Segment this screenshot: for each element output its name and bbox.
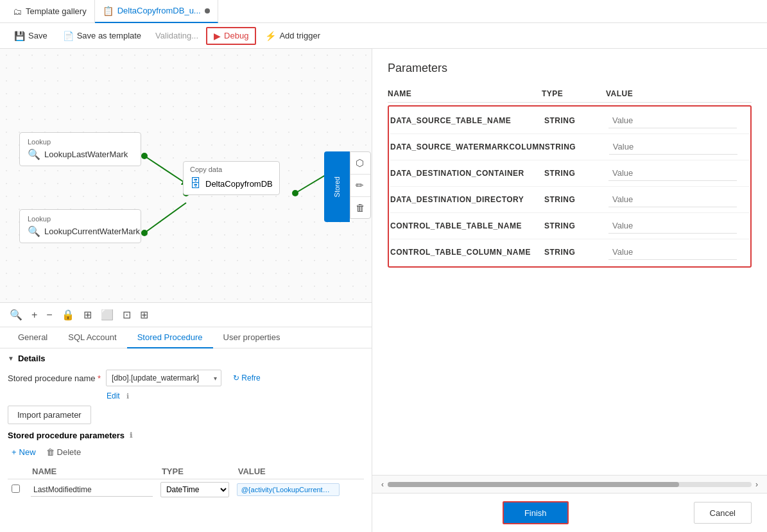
layout-button[interactable]: ⊞	[138, 307, 150, 323]
select-button[interactable]: ⬜	[99, 307, 116, 323]
section-header: ▼ Details	[8, 354, 364, 363]
right-panel: Parameters NAME TYPE VALUE Data_Source_T…	[372, 49, 767, 532]
canvas-area[interactable]: Lookup 🔍 LookupLastWaterMark Lookup 🔍 Lo…	[0, 49, 372, 302]
stored-procedure-name-label: Stored procedure name *	[8, 373, 101, 383]
th-name: NAME	[27, 464, 157, 479]
save-as-template-icon: 📄	[63, 31, 74, 41]
lookup2-name: 🔍 LookupCurrentWaterMark	[28, 225, 133, 237]
grid-button[interactable]: ⊞	[82, 307, 94, 323]
param-row-control-table: Control_Table_Table_Name String	[390, 213, 749, 239]
param-type-data-source-table: String	[544, 116, 608, 125]
param-row-0: DateTime String Int @{activity('LookupCu…	[8, 479, 364, 501]
param-type-select-0[interactable]: DateTime String Int	[161, 483, 228, 497]
delete-icon: 🗑	[46, 447, 55, 457]
sp-params-header: Stored procedure parameters ℹ	[8, 431, 364, 440]
param-type-watermark: String	[545, 142, 609, 151]
svg-point-6	[292, 190, 298, 196]
required-indicator: *	[98, 373, 101, 383]
import-parameter-button[interactable]: Import parameter	[8, 406, 91, 424]
save-label: Save	[28, 31, 47, 40]
th-type: TYPE	[157, 464, 233, 479]
scroll-area: ‹ ›	[372, 475, 767, 493]
stored-procedure-dropdown[interactable]: [dbo].[update_watermark] ▾	[106, 370, 221, 386]
scroll-track[interactable]	[388, 482, 752, 487]
param-type-control-table: String	[544, 221, 608, 230]
params-table: NAME TYPE VALUE	[8, 464, 364, 500]
delta-copy-icon: 📋	[103, 6, 114, 16]
param-type-control-column: String	[544, 248, 608, 257]
tab-template-gallery[interactable]: 🗂 Template gallery	[5, 0, 95, 23]
param-value-input-4[interactable]	[608, 218, 737, 234]
plus-icon: +	[12, 447, 17, 457]
scroll-left-button[interactable]: ‹	[380, 479, 385, 490]
lookup2-label: Lookup	[28, 215, 133, 223]
canvas-toolbar: 🔍 + − 🔒 ⊞ ⬜ ⊡ ⊞	[0, 302, 372, 327]
lookup2-node[interactable]: Lookup 🔍 LookupCurrentWaterMark	[19, 209, 141, 243]
stored-procedure-name-row: Stored procedure name * [dbo].[update_wa…	[8, 370, 364, 386]
tab-dirty-indicator	[205, 8, 210, 13]
param-name-control-table: Control_Table_Table_Name	[390, 221, 544, 230]
copy-data-row: 🗄 DeltaCopyfromDB	[190, 177, 273, 191]
zoom-in-button[interactable]: +	[30, 307, 39, 323]
right-bottom-bar: Finish Cancel	[372, 493, 767, 532]
right-panel-content: Parameters NAME TYPE VALUE Data_Source_T…	[372, 49, 767, 475]
param-name-dest-container: Data_Destination_Container	[390, 169, 544, 178]
stored-proc-copy-icon[interactable]: ⬡	[350, 152, 370, 175]
bottom-tabs: General SQL Account Stored Procedure Use…	[0, 327, 372, 348]
col-header-value: VALUE	[606, 89, 752, 98]
param-name-input-0[interactable]	[31, 483, 153, 497]
debug-button[interactable]: ▶ Debug	[206, 27, 256, 45]
edit-link[interactable]: Edit	[107, 391, 120, 400]
copy-data-node[interactable]: Copy data 🗄 DeltaCopyfromDB	[183, 161, 280, 195]
lookup1-node[interactable]: Lookup 🔍 LookupLastWaterMark	[19, 132, 141, 166]
th-value: VALUE	[233, 464, 364, 479]
tab-stored-procedure[interactable]: Stored Procedure	[127, 327, 213, 348]
lock-button[interactable]: 🔒	[60, 307, 76, 323]
tab-sql-account[interactable]: SQL Account	[58, 327, 126, 348]
scroll-right-button[interactable]: ›	[754, 479, 759, 490]
stored-procedure-value: [dbo].[update_watermark]	[107, 370, 210, 386]
lookup1-label: Lookup	[28, 138, 133, 146]
main-content: Lookup 🔍 LookupLastWaterMark Lookup 🔍 Lo…	[0, 49, 767, 532]
scroll-thumb	[388, 482, 679, 487]
dropdown-arrow-icon: ▾	[210, 372, 221, 385]
param-checkbox-0[interactable]	[12, 485, 20, 493]
arrange-button[interactable]: ⊡	[121, 307, 133, 323]
new-parameter-button[interactable]: + New	[8, 445, 40, 459]
cancel-button[interactable]: Cancel	[694, 502, 752, 524]
finish-button[interactable]: Finish	[503, 501, 569, 524]
stored-proc-delete-icon[interactable]: 🗑	[350, 197, 370, 218]
param-value-0[interactable]: @{activity('LookupCurrentWatermarkValue.…	[237, 483, 340, 496]
stored-proc-node[interactable]: Stored	[324, 151, 350, 222]
lookup1-name: 🔍 LookupLastWaterMark	[28, 148, 133, 160]
svg-line-0	[144, 156, 186, 184]
param-value-input-2[interactable]	[608, 166, 737, 181]
refresh-button[interactable]: ↻ Refre	[227, 370, 267, 386]
debug-label: Debug	[224, 31, 248, 40]
save-as-template-button[interactable]: 📄 Save as template	[56, 28, 148, 44]
svg-point-3	[141, 153, 148, 159]
param-value-input-3[interactable]	[608, 192, 737, 207]
zoom-search-button[interactable]: 🔍	[8, 307, 24, 323]
tab-delta-copy[interactable]: 📋 DeltaCopyfromDB_u...	[95, 0, 218, 23]
param-value-input-1[interactable]	[609, 139, 737, 155]
save-button[interactable]: 💾 Save	[8, 28, 54, 44]
param-value-input-5[interactable]	[608, 245, 737, 260]
edit-info-icon: ℹ	[126, 392, 129, 400]
stored-proc-edit-icon[interactable]: ✏	[350, 175, 370, 197]
details-section: ▼ Details Stored procedure name * [dbo].…	[0, 348, 372, 505]
tab-template-gallery-label: Template gallery	[26, 6, 87, 16]
param-value-cell-5	[608, 245, 749, 260]
bottom-panel: General SQL Account Stored Procedure Use…	[0, 327, 372, 532]
tab-user-properties[interactable]: User properties	[213, 327, 291, 348]
edit-row: Edit ℹ	[8, 391, 364, 400]
tab-general[interactable]: General	[8, 327, 58, 348]
col-header-type: TYPE	[542, 89, 606, 98]
zoom-out-button[interactable]: −	[44, 307, 54, 323]
add-trigger-button[interactable]: ⚡ Add trigger	[259, 28, 327, 44]
stored-proc-node-group: Stored ⬡ ✏ 🗑	[324, 151, 371, 222]
param-value-input-0[interactable]	[608, 113, 737, 128]
param-type-wrapper-0: DateTime String Int	[160, 482, 229, 497]
delete-parameter-button[interactable]: 🗑 Delete	[42, 445, 85, 459]
copy-data-header: Copy data	[190, 166, 273, 173]
